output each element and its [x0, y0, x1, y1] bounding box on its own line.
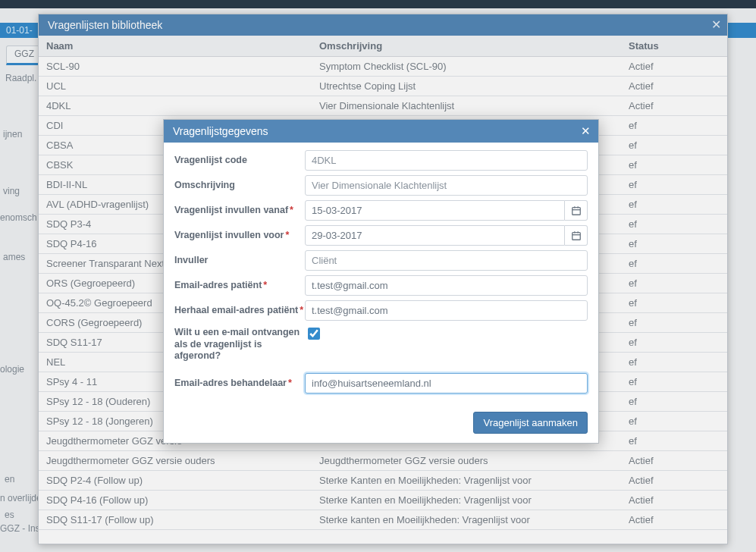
cell-status: Actief [621, 57, 727, 76]
to-date-field[interactable] [305, 225, 565, 246]
code-field [305, 150, 588, 171]
filler-field [305, 250, 588, 271]
cell-status: Actief [621, 491, 727, 510]
cell-status: Actief [621, 96, 727, 115]
cell-name: SCL-90 [39, 57, 312, 76]
table-row[interactable]: SDQ S11-17 (Follow up)Sterke kanten en M… [39, 510, 727, 530]
cell-status: ef [621, 215, 727, 234]
cell-desc: Sterke Kanten en Moeilijkheden: Vragenli… [312, 471, 621, 490]
label-desc: Omschrijving [174, 180, 305, 192]
cell-status: ef [621, 293, 727, 312]
cell-desc: Jeugdthermometer GGZ versie ouders [312, 451, 621, 470]
label-filler: Invuller [174, 255, 305, 267]
label-from: Vragenlijst invullen vanaf* [174, 205, 305, 217]
cell-name: SDQ P4-16 (Follow up) [39, 491, 312, 510]
close-icon[interactable]: ✕ [581, 124, 591, 138]
cell-status: ef [621, 313, 727, 332]
cell-status: Actief [621, 451, 727, 470]
bg-text: n overlijde [0, 493, 42, 503]
close-icon[interactable]: ✕ [711, 17, 721, 32]
cell-desc: Vier Dimensionale Klachtenlijst [312, 96, 621, 115]
label-code: Vragenlijst code [174, 155, 305, 167]
cell-desc: Symptom Checklist (SCL-90) [312, 57, 621, 76]
cell-status: ef [621, 431, 727, 450]
cell-status: ef [621, 195, 727, 214]
label-email: Email-adres patiënt* [174, 280, 305, 292]
desc-field [305, 175, 588, 196]
bg-text: es [5, 510, 14, 520]
cell-status: ef [621, 175, 727, 194]
cell-status: ef [621, 116, 727, 135]
cell-name: SDQ P2-4 (Follow up) [39, 471, 312, 490]
cell-desc: Sterke Kanten en Moeilijkheden: Vragenli… [312, 491, 621, 510]
svg-rect-4 [572, 232, 580, 240]
cell-status: ef [621, 333, 727, 352]
table-row[interactable]: Jeugdthermometer GGZ versie oudersJeugdt… [39, 451, 727, 471]
bg-text: enomsch [0, 212, 37, 223]
from-date-field[interactable] [305, 200, 565, 221]
cell-status: ef [621, 234, 727, 253]
notify-checkbox[interactable] [308, 328, 320, 340]
cell-status: ef [621, 412, 727, 431]
library-modal-title: Vragenlijsten bibliotheek ✕ [39, 14, 727, 36]
col-desc[interactable]: Omschrijving [312, 36, 621, 56]
library-title-text: Vragenlijsten bibliotheek [48, 19, 162, 31]
bg-text: GGZ - Ins [0, 523, 40, 534]
col-status[interactable]: Status [621, 36, 727, 56]
table-row[interactable]: 4DKLVier Dimensionale KlachtenlijstActie… [39, 96, 727, 116]
label-email-handler: Email-adres behandelaar* [174, 378, 305, 390]
table-row[interactable]: SCL-90Symptom Checklist (SCL-90)Actief [39, 57, 727, 77]
table-row[interactable]: UCLUtrechtse Coping LijstActief [39, 77, 727, 96]
app-top-stripe [0, 0, 756, 8]
date-band-text: 01-01- [6, 25, 33, 36]
cell-status: Actief [621, 510, 727, 529]
patient-email-repeat-field[interactable] [305, 300, 588, 321]
cell-name: UCL [39, 77, 312, 96]
cell-status: ef [621, 372, 727, 391]
label-notify: Wilt u een e-mail ontvangen als de vrage… [174, 325, 305, 362]
cell-status: ef [621, 136, 727, 155]
cell-status: ef [621, 155, 727, 174]
svg-rect-0 [572, 207, 580, 215]
bg-text: ologie [0, 364, 24, 375]
cell-status: Actief [621, 77, 727, 96]
col-name[interactable]: Naam [39, 36, 312, 56]
bg-text: en [5, 474, 14, 485]
calendar-icon[interactable] [565, 225, 588, 246]
bg-text: ijnen [3, 129, 22, 140]
cell-name: Jeugdthermometer GGZ versie ouders [39, 451, 312, 470]
cell-status: ef [621, 353, 727, 372]
cell-desc: Utrechtse Coping Lijst [312, 77, 621, 96]
tab-ggz[interactable]: GGZ [6, 45, 42, 65]
library-cols: Naam Omschrijving Status [39, 36, 727, 57]
label-email-repeat: Herhaal email-adres patiënt* [174, 305, 305, 317]
bg-text: ving [3, 186, 20, 196]
label-to: Vragenlijst invullen voor* [174, 230, 305, 242]
submit-button[interactable]: Vragenlijst aanmaken [473, 412, 588, 434]
calendar-icon[interactable] [565, 200, 588, 221]
bg-text: ames [3, 252, 25, 262]
form-title-text: Vragenlijstgegevens [173, 125, 268, 137]
patient-email-field[interactable] [305, 275, 588, 296]
table-row[interactable]: SDQ P4-16 (Follow up)Sterke Kanten en Mo… [39, 491, 727, 510]
cell-name: 4DKL [39, 96, 312, 115]
form-modal-title: Vragenlijstgegevens ✕ [164, 120, 598, 143]
form-modal: Vragenlijstgegevens ✕ Vragenlijst code O… [163, 119, 599, 444]
table-row[interactable]: SDQ P2-4 (Follow up)Sterke Kanten en Moe… [39, 471, 727, 491]
cell-desc: Sterke kanten en Moeilijkheden: Vragenli… [312, 510, 621, 529]
cell-status: Actief [621, 471, 727, 490]
cell-status: ef [621, 274, 727, 293]
cell-status: ef [621, 392, 727, 411]
handler-email-field[interactable] [305, 373, 588, 394]
cell-status: ef [621, 254, 727, 273]
cell-name: SDQ S11-17 (Follow up) [39, 510, 312, 529]
